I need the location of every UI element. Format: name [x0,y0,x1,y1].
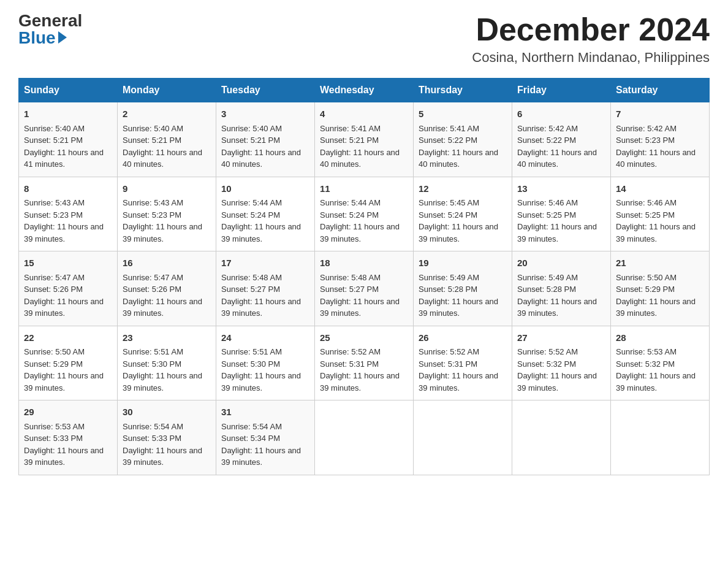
daylight-text: Daylight: 11 hours and 39 minutes. [221,222,301,243]
day-number: 18 [320,256,408,270]
calendar-cell: 2Sunrise: 5:40 AMSunset: 5:21 PMDaylight… [118,102,216,177]
calendar-cell [315,400,414,475]
calendar-cell: 20Sunrise: 5:49 AMSunset: 5:28 PMDayligh… [512,251,611,326]
daylight-text: Daylight: 11 hours and 39 minutes. [517,371,597,393]
calendar-cell: 23Sunrise: 5:51 AMSunset: 5:30 PMDayligh… [118,326,216,400]
daylight-text: Daylight: 11 hours and 39 minutes. [123,371,202,393]
daylight-text: Daylight: 11 hours and 39 minutes. [517,297,597,318]
sunset-text: Sunset: 5:29 PM [24,359,83,369]
calendar-week-row: 1Sunrise: 5:40 AMSunset: 5:21 PMDaylight… [19,102,710,177]
daylight-text: Daylight: 11 hours and 39 minutes. [24,297,104,318]
header-thursday: Thursday [414,79,512,102]
daylight-text: Daylight: 11 hours and 41 minutes. [24,148,104,169]
day-number: 28 [616,331,704,345]
day-number: 6 [517,107,605,121]
header-sunday: Sunday [19,79,118,102]
calendar-cell: 24Sunrise: 5:51 AMSunset: 5:30 PMDayligh… [216,326,315,400]
day-number: 12 [419,182,507,196]
daylight-text: Daylight: 11 hours and 39 minutes. [123,222,202,243]
sunrise-text: Sunrise: 5:43 AM [123,198,183,207]
calendar-week-row: 22Sunrise: 5:50 AMSunset: 5:29 PMDayligh… [19,326,710,400]
sunset-text: Sunset: 5:30 PM [123,359,181,369]
day-number: 19 [419,256,507,270]
sunrise-text: Sunrise: 5:46 AM [616,198,677,207]
daylight-text: Daylight: 11 hours and 40 minutes. [221,148,301,169]
sunrise-text: Sunrise: 5:42 AM [517,124,578,133]
daylight-text: Daylight: 11 hours and 39 minutes. [123,446,202,467]
sunrise-text: Sunrise: 5:50 AM [616,273,677,282]
calendar-cell: 29Sunrise: 5:53 AMSunset: 5:33 PMDayligh… [19,400,118,475]
sunset-text: Sunset: 5:29 PM [616,285,675,294]
day-number: 24 [221,331,309,345]
daylight-text: Daylight: 11 hours and 39 minutes. [24,446,104,467]
day-number: 31 [221,405,309,419]
day-number: 21 [616,256,704,270]
sunset-text: Sunset: 5:26 PM [24,285,83,294]
daylight-text: Daylight: 11 hours and 39 minutes. [320,297,400,318]
day-number: 11 [320,182,408,196]
sunset-text: Sunset: 5:24 PM [419,210,477,220]
sunset-text: Sunset: 5:22 PM [419,136,477,145]
calendar-cell: 16Sunrise: 5:47 AMSunset: 5:26 PMDayligh… [118,251,216,326]
sunset-text: Sunset: 5:31 PM [419,359,477,369]
calendar-cell: 8Sunrise: 5:43 AMSunset: 5:23 PMDaylight… [19,177,118,251]
calendar-cell: 14Sunrise: 5:46 AMSunset: 5:25 PMDayligh… [611,177,710,251]
day-number: 15 [24,256,112,270]
sunrise-text: Sunrise: 5:40 AM [123,124,183,133]
day-number: 20 [517,256,605,270]
day-number: 14 [616,182,704,196]
sunrise-text: Sunrise: 5:52 AM [517,347,578,356]
calendar-cell: 22Sunrise: 5:50 AMSunset: 5:29 PMDayligh… [19,326,118,400]
daylight-text: Daylight: 11 hours and 39 minutes. [320,371,400,393]
sunrise-text: Sunrise: 5:40 AM [221,124,282,133]
sunrise-text: Sunrise: 5:42 AM [616,124,677,133]
calendar-cell: 21Sunrise: 5:50 AMSunset: 5:29 PMDayligh… [611,251,710,326]
sunset-text: Sunset: 5:27 PM [221,285,280,294]
calendar-cell [512,400,611,475]
day-number: 27 [517,331,605,345]
calendar-cell: 17Sunrise: 5:48 AMSunset: 5:27 PMDayligh… [216,251,315,326]
sunrise-text: Sunrise: 5:54 AM [123,422,183,431]
daylight-text: Daylight: 11 hours and 39 minutes. [24,222,104,243]
logo-triangle-icon [58,31,67,44]
day-number: 2 [123,107,211,121]
calendar-cell [611,400,710,475]
sunrise-text: Sunrise: 5:47 AM [24,273,85,282]
sunset-text: Sunset: 5:24 PM [221,210,280,220]
daylight-text: Daylight: 11 hours and 39 minutes. [221,446,301,467]
day-number: 25 [320,331,408,345]
sunrise-text: Sunrise: 5:48 AM [320,273,381,282]
day-number: 23 [123,331,211,345]
sunrise-text: Sunrise: 5:51 AM [123,347,183,356]
calendar-cell: 18Sunrise: 5:48 AMSunset: 5:27 PMDayligh… [315,251,414,326]
sunrise-text: Sunrise: 5:53 AM [616,347,677,356]
sunset-text: Sunset: 5:23 PM [616,136,675,145]
day-number: 3 [221,107,309,121]
sunset-text: Sunset: 5:21 PM [221,136,280,145]
calendar-cell: 13Sunrise: 5:46 AMSunset: 5:25 PMDayligh… [512,177,611,251]
logo: General Blue [18,12,82,47]
day-number: 13 [517,182,605,196]
calendar-header-row: SundayMondayTuesdayWednesdayThursdayFrid… [19,79,710,102]
daylight-text: Daylight: 11 hours and 40 minutes. [320,148,400,169]
sunrise-text: Sunrise: 5:49 AM [517,273,578,282]
calendar-week-row: 8Sunrise: 5:43 AMSunset: 5:23 PMDaylight… [19,177,710,251]
sunset-text: Sunset: 5:31 PM [320,359,379,369]
calendar-cell: 4Sunrise: 5:41 AMSunset: 5:21 PMDaylight… [315,102,414,177]
sunrise-text: Sunrise: 5:44 AM [221,198,282,207]
daylight-text: Daylight: 11 hours and 39 minutes. [419,371,498,393]
sunset-text: Sunset: 5:21 PM [24,136,83,145]
day-number: 29 [24,405,112,419]
daylight-text: Daylight: 11 hours and 39 minutes. [221,297,301,318]
location-subtitle: Cosina, Northern Mindanao, Philippines [472,50,710,66]
daylight-text: Daylight: 11 hours and 40 minutes. [123,148,202,169]
daylight-text: Daylight: 11 hours and 39 minutes. [320,222,400,243]
daylight-text: Daylight: 11 hours and 39 minutes. [221,371,301,393]
day-number: 16 [123,256,211,270]
daylight-text: Daylight: 11 hours and 40 minutes. [616,148,696,169]
sunset-text: Sunset: 5:24 PM [320,210,379,220]
calendar-cell: 25Sunrise: 5:52 AMSunset: 5:31 PMDayligh… [315,326,414,400]
daylight-text: Daylight: 11 hours and 39 minutes. [616,297,696,318]
sunset-text: Sunset: 5:21 PM [123,136,181,145]
sunset-text: Sunset: 5:33 PM [123,434,181,443]
